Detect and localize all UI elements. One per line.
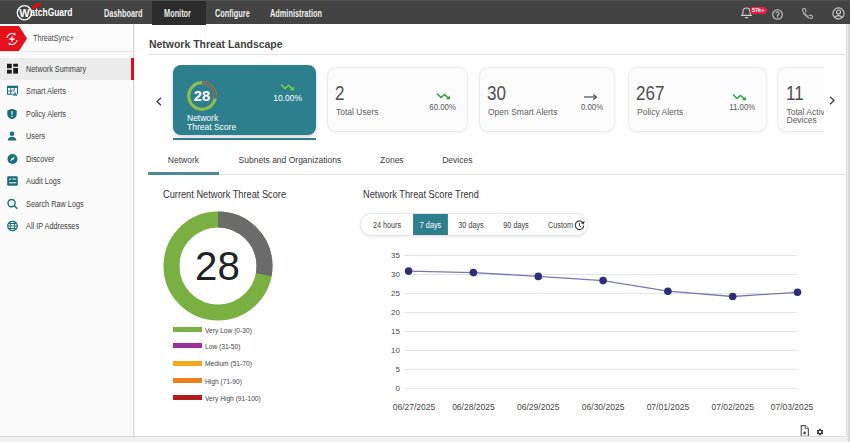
svg-text:06/27/2025: 06/27/2025 bbox=[393, 402, 436, 412]
svg-text:20: 20 bbox=[391, 308, 400, 317]
svg-text:35: 35 bbox=[391, 251, 400, 260]
svg-text:06/28/2025: 06/28/2025 bbox=[452, 402, 495, 412]
svg-text:06/30/2025: 06/30/2025 bbox=[582, 402, 625, 412]
svg-text:W: W bbox=[19, 7, 30, 19]
svg-text:06/29/2025: 06/29/2025 bbox=[517, 402, 560, 412]
svg-text:07/03/2025: 07/03/2025 bbox=[771, 402, 814, 412]
svg-text:15: 15 bbox=[391, 327, 400, 336]
svg-text:25: 25 bbox=[391, 289, 400, 298]
svg-text:07/01/2025: 07/01/2025 bbox=[647, 402, 690, 412]
svg-text:0: 0 bbox=[396, 384, 401, 393]
svg-text:07/02/2025: 07/02/2025 bbox=[711, 402, 754, 412]
svg-text:30: 30 bbox=[391, 270, 400, 279]
svg-text:28: 28 bbox=[194, 88, 211, 104]
svg-text:10: 10 bbox=[391, 346, 400, 355]
svg-text:5: 5 bbox=[396, 365, 401, 374]
svg-text:atchGuard: atchGuard bbox=[30, 6, 72, 18]
